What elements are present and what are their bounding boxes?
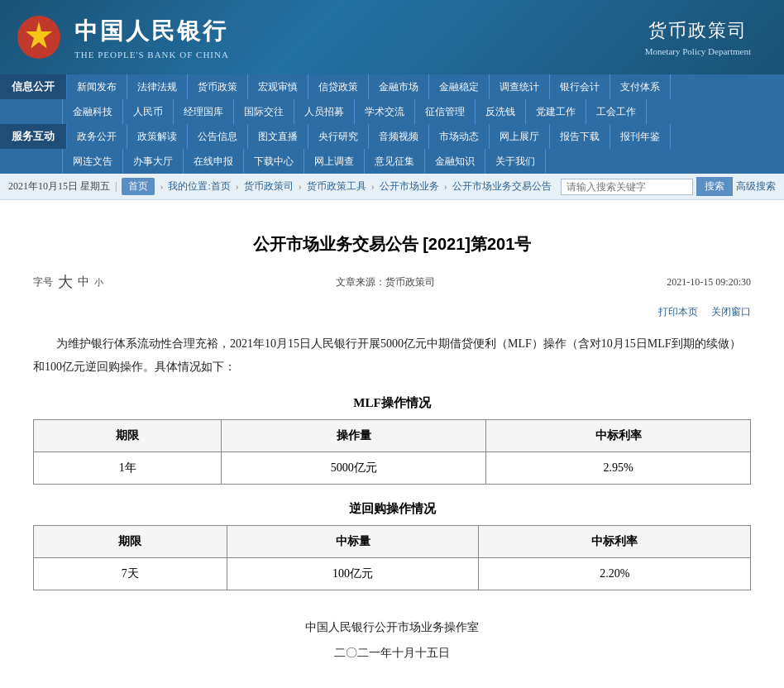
nav-zhengwu-gongkai[interactable]: 政务公开 (67, 124, 127, 149)
nav-row-4: 网连文告 办事大厅 在线申报 下载中心 网上调查 意见征集 金融知识 关于我们 (0, 149, 784, 174)
mlf-col-qixian: 期限 (34, 420, 222, 452)
main-nav: 信息公开 新闻发布 法律法规 货币政策 宏观审慎 信贷政策 金融市场 金融稳定 … (0, 74, 784, 174)
breadcrumb-market-link[interactable]: 公开市场业务 (380, 179, 439, 194)
footer-org: 中国人民银行公开市场业务操作室 (33, 615, 751, 641)
nav-yanghang-yanjiu[interactable]: 央行研究 (308, 124, 369, 149)
nav-falv-fagui[interactable]: 法律法规 (127, 74, 188, 99)
repo-col-qixian: 期限 (34, 526, 227, 558)
print-link[interactable]: 打印本页 (658, 305, 698, 319)
nav-jinrong-keji[interactable]: 金融科技 (63, 99, 123, 124)
nav-xinwen-fabu[interactable]: 新闻发布 (67, 74, 127, 99)
mlf-qixian-val: 1年 (34, 452, 222, 485)
mlf-lilv-val: 2.95% (486, 452, 751, 485)
nav-wangliangwengao[interactable]: 网连文告 (63, 149, 123, 174)
breadcrumb-dept-link[interactable]: 货币政策司 (244, 179, 294, 194)
logo-area: 中国人民银行 THE PEOPLE'S BANK OF CHINA (17, 15, 229, 60)
repo-col-lilv: 中标利率 (479, 526, 751, 558)
nav-hongguan-shenshen[interactable]: 宏观审慎 (248, 74, 308, 99)
nav-yijian-zhengji[interactable]: 意见征集 (365, 149, 425, 174)
nav-xindai-zhengce[interactable]: 信贷政策 (308, 74, 369, 99)
repo-header-row: 期限 中标量 中标利率 (34, 526, 751, 558)
article-body-text: 为维护银行体系流动性合理充裕，2021年10月15日人民银行开展5000亿元中期… (33, 332, 751, 379)
font-size-medium[interactable]: 中 (78, 275, 89, 289)
nav-baogao-xiazai[interactable]: 报告下载 (550, 124, 610, 149)
mlf-table: 期限 操作量 中标利率 1年 5000亿元 2.95% (33, 419, 751, 485)
source-value: 货币政策司 (385, 276, 435, 288)
article-footer: 中国人民银行公开市场业务操作室 二〇二一年十月十五日 (33, 615, 751, 666)
mlf-col-lilv: 中标利率 (486, 420, 751, 452)
mlf-section: MLF操作情况 期限 操作量 中标利率 1年 5000亿元 2.95% (33, 395, 751, 485)
search-input[interactable] (561, 179, 693, 195)
nav-yinhang-kuaiji[interactable]: 银行会计 (550, 74, 610, 99)
advanced-search-link[interactable]: 高级搜索 (736, 179, 776, 194)
nav-jinrong-zhishi[interactable]: 金融知识 (425, 149, 485, 174)
nav-fanxiqian[interactable]: 反洗钱 (476, 99, 526, 124)
nav-banshi-dating[interactable]: 办事大厅 (123, 149, 184, 174)
nav-dangjian-gongzuo[interactable]: 党建工作 (526, 99, 586, 124)
nav-shichang-dongtai[interactable]: 市场动态 (429, 124, 490, 149)
footer-date: 二〇二一年十月十五日 (33, 641, 751, 666)
breadcrumb-bar: 2021年10月15日 星期五 | 首页 › 我的位置:首页 › 货币政策司 ›… (0, 174, 784, 200)
breadcrumb-tools-link[interactable]: 货币政策工具 (307, 179, 366, 194)
font-size-control: 字号 大 中 小 (33, 272, 103, 292)
nav-zhengce-jiedu[interactable]: 政策解读 (127, 124, 188, 149)
dept-name-en: Monetary Policy Department (645, 46, 751, 56)
mlf-table-title: MLF操作情况 (33, 395, 751, 411)
close-window-link[interactable]: 关闭窗口 (711, 305, 751, 319)
logo-text-block: 中国人民银行 THE PEOPLE'S BANK OF CHINA (74, 16, 229, 60)
nav-guanyu-women[interactable]: 关于我们 (485, 149, 546, 174)
nav-guoji-wanglai[interactable]: 国际交往 (234, 99, 294, 124)
nav-diaocha-tongji[interactable]: 调查统计 (490, 74, 550, 99)
article-content: 公开市场业务交易公告 [2021]第201号 字号 大 中 小 文章来源：货币政… (0, 200, 784, 688)
nav-gonghui-gongzuo[interactable]: 工会工作 (586, 99, 647, 124)
article-date: 2021-10-15 09:20:30 (667, 276, 751, 289)
article-source: 文章来源：货币政策司 (103, 275, 667, 289)
article-title: 公开市场业务交易公告 [2021]第201号 (33, 233, 751, 256)
page-header: 中国人民银行 THE PEOPLE'S BANK OF CHINA 货币政策司 … (0, 0, 784, 74)
nav-yinpin-shipin[interactable]: 音频视频 (369, 124, 429, 149)
nav-jinrong-shichang[interactable]: 金融市场 (369, 74, 429, 99)
repo-table: 期限 中标量 中标利率 7天 100亿元 2.20% (33, 525, 751, 590)
mlf-data-row: 1年 5000亿元 2.95% (34, 452, 751, 485)
home-button[interactable]: 首页 (122, 178, 155, 195)
font-label: 字号 (33, 275, 53, 289)
dept-name-cn: 货币政策司 (645, 18, 751, 43)
repo-table-title: 逆回购操作情况 (33, 501, 751, 517)
mlf-caozuoliang-val: 5000亿元 (222, 452, 486, 485)
dept-info: 货币政策司 Monetary Policy Department (645, 18, 751, 56)
nav-fuwu-hudong[interactable]: 服务互动 (0, 124, 67, 149)
nav-gonggao-xinxi[interactable]: 公告信息 (188, 124, 248, 149)
repo-data-row: 7天 100亿元 2.20% (34, 558, 751, 590)
nav-huobi-zhengce[interactable]: 货币政策 (188, 74, 248, 99)
nav-jingliguo-ku[interactable]: 经理国库 (174, 99, 234, 124)
repo-lilv-val: 2.20% (479, 558, 751, 590)
mlf-header-row: 期限 操作量 中标利率 (34, 420, 751, 452)
nav-zhengxin-guanli[interactable]: 征信管理 (415, 99, 476, 124)
breadcrumb-notice-link[interactable]: 公开市场业务交易公告 (452, 179, 552, 194)
bank-name-en: THE PEOPLE'S BANK OF CHINA (74, 50, 229, 60)
nav-zhifu-tixi[interactable]: 支付体系 (610, 74, 671, 99)
nav-jinrong-wending[interactable]: 金融稳定 (429, 74, 490, 99)
mlf-col-caozu: 操作量 (222, 420, 486, 452)
nav-renminbi[interactable]: 人民币 (123, 99, 174, 124)
font-size-small[interactable]: 小 (94, 276, 103, 289)
breadcrumb-home-link[interactable]: 我的位置:首页 (168, 179, 230, 194)
nav-xueshu-jiaoliu[interactable]: 学术交流 (355, 99, 415, 124)
article-meta: 字号 大 中 小 文章来源：货币政策司 2021-10-15 09:20:30 (33, 272, 751, 299)
search-area: 搜索 高级搜索 (561, 177, 776, 196)
nav-wangshang-zhanting[interactable]: 网上展厅 (490, 124, 550, 149)
nav-xinxi-gongkai[interactable]: 信息公开 (0, 74, 67, 99)
nav-xiazai-zhongxin[interactable]: 下载中心 (244, 149, 304, 174)
nav-renyuan-zhaopei[interactable]: 人员招募 (294, 99, 355, 124)
nav-row-2: 金融科技 人民币 经理国库 国际交往 人员招募 学术交流 征信管理 反洗钱 党建… (0, 99, 784, 124)
repo-section: 逆回购操作情况 期限 中标量 中标利率 7天 100亿元 2.20% (33, 501, 751, 590)
source-label: 文章来源： (336, 276, 385, 288)
search-button[interactable]: 搜索 (696, 177, 733, 196)
nav-wangshang-diaocha[interactable]: 网上调查 (304, 149, 365, 174)
nav-baokannianjiian[interactable]: 报刊年鉴 (610, 124, 671, 149)
font-size-large[interactable]: 大 (58, 272, 73, 292)
repo-col-zhongbiao: 中标量 (227, 526, 479, 558)
bank-emblem (17, 15, 62, 60)
nav-tuwenzhibao[interactable]: 图文直播 (248, 124, 308, 149)
nav-zaixian-shenbao[interactable]: 在线申报 (184, 149, 244, 174)
